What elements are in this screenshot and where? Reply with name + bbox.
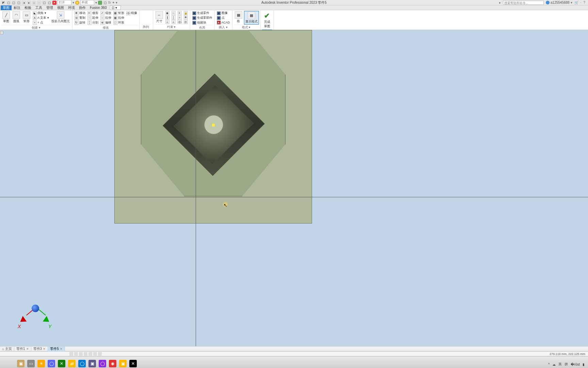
cmd-rectangle[interactable]: ▭矩形 <box>22 11 31 25</box>
model-canvas[interactable]: ↖ X Y <box>0 30 588 346</box>
status-icon[interactable] <box>69 352 73 356</box>
tab-environment[interactable]: 环境 <box>66 5 77 10</box>
tab-annotate[interactable]: 标注 <box>12 5 22 10</box>
cmd-constraint-tangent[interactable]: ⊥ <box>165 20 170 24</box>
tab-tools[interactable]: 工具 <box>33 5 44 10</box>
tab-inspect[interactable]: 检验 <box>22 5 33 10</box>
close-icon[interactable]: ✕ <box>26 347 29 351</box>
close-icon[interactable]: ✕ <box>43 347 46 351</box>
cart-icon[interactable]: 🛒 <box>574 1 578 4</box>
taskbar-app-capcut[interactable]: ✕ <box>129 360 137 367</box>
cmd-trim[interactable]: ✂修剪 <box>87 11 99 15</box>
cmd-stretch[interactable]: ↔拉伸 <box>100 16 112 20</box>
qat-cancel-icon[interactable]: ✕ <box>52 1 56 5</box>
status-icon[interactable] <box>98 352 102 356</box>
qat-undo-icon[interactable]: ◂ <box>22 1 26 5</box>
tab-view[interactable]: 视图 <box>55 5 66 10</box>
cmd-mirror[interactable]: ◁▷镜像 <box>126 11 138 15</box>
cmd-rect-pattern[interactable]: ▦矩形 <box>113 11 125 15</box>
cmd-extend[interactable]: →延伸 <box>87 16 99 20</box>
cmd-split[interactable]: ╎分割 <box>87 20 99 25</box>
tray-ime1[interactable]: 英 <box>558 362 562 367</box>
cmd-move[interactable]: ✥移动 <box>74 11 86 15</box>
tab-sketch[interactable]: 草图 <box>1 5 12 10</box>
taskbar-app-xbox[interactable]: ✕ <box>58 360 65 367</box>
status-icon[interactable] <box>93 352 97 356</box>
qat-open-icon[interactable]: ▢ <box>12 1 16 5</box>
qat-material-label[interactable]: 打开 <box>58 0 71 5</box>
app-menu-icon[interactable]: ◤ <box>1 1 5 5</box>
qat-appearance-label[interactable]: 外观 <box>80 0 94 5</box>
view-dropdown[interactable]: ⊡ ▾ <box>110 5 121 10</box>
cmd-insert-point[interactable]: ▣点 <box>216 16 231 20</box>
cmd-constraint-vertical[interactable]: │ <box>171 15 176 19</box>
doc-tab-part1[interactable]: 零件1✕ <box>14 347 31 351</box>
cmd-display-format[interactable]: ▦显示格式 <box>244 11 259 25</box>
cmd-scale[interactable]: ⤢缩放 <box>100 11 112 15</box>
cmd-finish-sketch[interactable]: ✔ 完成 草图 <box>262 11 272 29</box>
cmd-copy[interactable]: ⧉复制 <box>74 16 86 20</box>
tray-battery-icon[interactable]: ▮ <box>583 363 585 366</box>
status-icon[interactable] <box>79 352 83 356</box>
qat-icon[interactable]: ▢ <box>47 1 51 5</box>
qat-new-icon[interactable]: ▢ <box>6 1 11 5</box>
taskbar-app-taskview[interactable]: ▭ <box>27 360 35 367</box>
cmd-insert-image[interactable]: ▣图像 <box>216 11 231 15</box>
cmd-insert-acad[interactable]: AACAD <box>216 20 231 25</box>
cmd-project-geometry[interactable]: ⇲投影几何图元 <box>50 11 71 25</box>
cmd-constraint-perp[interactable]: ⊥ <box>171 20 176 24</box>
qat-appearance-ball-icon[interactable] <box>75 1 79 5</box>
taskbar-app-app3[interactable]: ▣ <box>119 360 127 367</box>
help-search-input[interactable]: 搜索帮助和命令... <box>503 1 544 5</box>
qat-color-icon[interactable] <box>98 1 102 5</box>
taskbar-app-teams[interactable]: ◯ <box>48 360 55 367</box>
taskbar-app-store[interactable]: ▣ <box>88 360 96 367</box>
cmd-text[interactable]: AA 文本 ▾ <box>32 16 50 20</box>
cmd-chamfer[interactable]: ◣倒角 ▾ <box>32 11 50 15</box>
cmd-make-component[interactable]: ▣生成零部件 <box>192 16 213 20</box>
qat-icon[interactable]: ▢ <box>103 1 107 5</box>
status-icon[interactable] <box>84 352 87 356</box>
tab-manage[interactable]: 管理 <box>44 5 55 10</box>
view-triad[interactable]: X Y <box>17 302 54 339</box>
cmd-constraint-horizontal[interactable]: ─ <box>171 11 176 15</box>
cmd-grid[interactable]: ▦格 <box>234 11 243 25</box>
taskbar-app-weather[interactable]: ☀ <box>37 360 45 367</box>
help-icon[interactable]: ? <box>583 1 585 4</box>
cmd-constraint-equal[interactable]: = <box>177 15 182 19</box>
cmd-stretch2[interactable]: ▦拉伸 <box>113 16 125 20</box>
browser-collapse-handle[interactable] <box>0 31 3 34</box>
cmd-constraint-colinear[interactable]: ≡ <box>177 11 182 15</box>
cmd-dimension[interactable]: ↔尺寸 <box>154 11 164 24</box>
tray-ime2[interactable]: 拼 <box>565 362 568 367</box>
cmd-rotate[interactable]: ↻旋转 <box>74 20 86 25</box>
cmd-create-block[interactable]: ▣创建块 <box>192 20 213 25</box>
status-icon[interactable] <box>88 352 92 356</box>
tray-wifi-icon[interactable]: �röst <box>571 363 580 366</box>
cmd-constraint-sym[interactable]: ◁▷ <box>177 20 182 24</box>
cmd-arc[interactable]: ◠圆弧 <box>12 11 21 25</box>
doc-tab-part5[interactable]: 零件5✕ <box>48 347 65 351</box>
close-icon[interactable]: ✕ <box>60 347 63 351</box>
doc-tab-part3[interactable]: 零件3✕ <box>31 347 48 351</box>
taskbar-app-app1[interactable]: ◯ <box>99 360 106 367</box>
cmd-circular[interactable]: ◌环形 <box>113 20 125 25</box>
status-icon[interactable] <box>74 352 78 356</box>
tab-collaborate[interactable]: 协作 <box>77 5 88 10</box>
doc-tab-home[interactable]: ⌂主页 <box>0 347 14 351</box>
cmd-constraint-coincident[interactable]: ◉ <box>165 11 170 15</box>
cmd-constraint-fix[interactable]: 🔒 <box>183 11 189 15</box>
cmd-make-part[interactable]: ▣生成零件 <box>192 11 213 15</box>
cmd-constraint-conc[interactable]: ◎ <box>183 20 189 24</box>
qat-icon[interactable]: ▢ <box>42 1 46 5</box>
taskbar-app-explorer[interactable]: 📁 <box>68 360 76 367</box>
qat-home-icon[interactable]: ⌂ <box>32 1 36 5</box>
tab-fusion360[interactable]: Fusion 360 <box>88 6 109 10</box>
tray-onedrive-icon[interactable]: ☁ <box>552 363 556 366</box>
qat-save-icon[interactable]: ▢ <box>17 1 21 5</box>
tray-chevron-icon[interactable]: ^ <box>548 363 550 366</box>
taskbar-app-edge[interactable]: ◯ <box>78 360 86 367</box>
cmd-sketch[interactable]: ╱草图 <box>1 11 11 25</box>
cmd-offset[interactable]: ⇉偏移 <box>100 20 112 25</box>
qat-redo-icon[interactable]: ▸ <box>27 1 31 5</box>
